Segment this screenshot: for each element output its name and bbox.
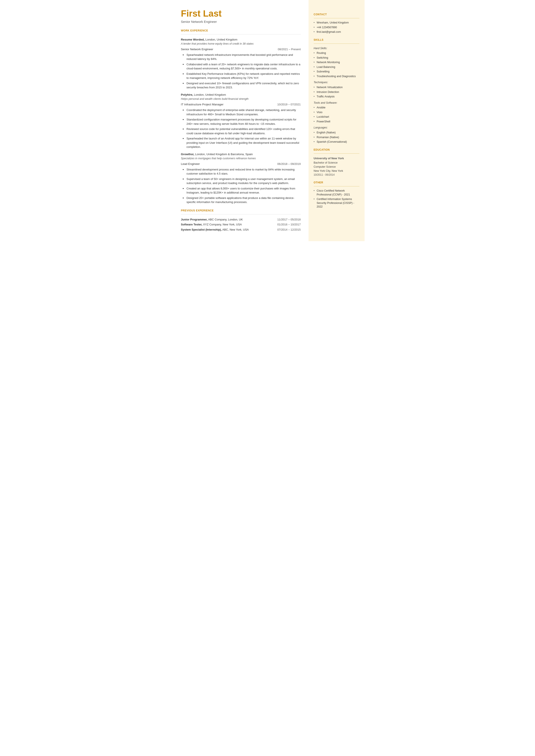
skill-load-balancing: Load Balancing [314, 65, 359, 69]
language-spanish: Spanish (Conversational) [314, 140, 359, 144]
job-3-bullets: Streamlined development process and redu… [181, 167, 301, 204]
languages-label: Languages: [314, 126, 359, 130]
tools-list: Ansible Visio Lucidchart PowerShell [314, 106, 359, 124]
job-2-company-row: Polyhire, London, United Kingdom [181, 93, 301, 97]
bullet-item: Established Key Performance Indicators (… [183, 72, 301, 80]
job-3: Growthsi, London, United Kingdom & Barce… [181, 152, 301, 204]
prev-exp-1-company: Junior Programmer, ABC Company, London, … [181, 217, 243, 222]
skill-troubleshooting: Troubleshooting and Diagnostics [314, 74, 359, 78]
bullet-item: Designed 20+ portable software applicati… [183, 196, 301, 204]
job-3-company: Growthsi, [181, 153, 194, 156]
technique-intrusion-detection: Intrusion Detection [314, 90, 359, 94]
tool-powershell: PowerShell [314, 120, 359, 124]
education-header: EDUCATION [314, 148, 359, 152]
name-block: First Last Senior Network Engineer [181, 9, 301, 24]
education-block: University of New York Bachelor of Scien… [314, 156, 359, 177]
prev-exp-2-company: Software Tester, XYZ Company, New York, … [181, 222, 242, 227]
job-1-role: Senior Network Engineer [181, 47, 213, 51]
hard-skills-list: Routing Switching Network Monitoring Loa… [314, 51, 359, 78]
job-2: Polyhire, London, United Kingdom Helps p… [181, 93, 301, 149]
edu-degree: Bachelor of Science [314, 161, 359, 165]
tool-lucidchart: Lucidchart [314, 115, 359, 119]
skill-routing: Routing [314, 51, 359, 55]
job-1: Resume Worded, London, United Kingdom A … [181, 38, 301, 90]
bullet-item: Spearheaded network infrastructure impro… [183, 53, 301, 61]
job-2-bullets: Coordinated the deployment of enterprise… [181, 108, 301, 149]
job-title: Senior Network Engineer [181, 19, 301, 24]
skills-divider [314, 43, 359, 44]
job-3-dates: 06/2018 – 09/2019 [277, 162, 300, 166]
contact-item-email: first.last@gmail.com [314, 30, 359, 34]
skill-network-monitoring: Network Monitoring [314, 61, 359, 65]
contact-divider [314, 18, 359, 18]
previous-experience-divider [181, 214, 301, 214]
job-3-location: London, United Kingdom & Barcelona, Spai… [195, 153, 253, 156]
job-2-role: IT Infrastructure Project Manager [181, 102, 224, 107]
other-divider [314, 186, 359, 186]
prev-exp-1-dates: 11/2017 – 05/2018 [277, 217, 300, 222]
job-1-location: London, United Kingdom [205, 38, 238, 41]
contact-item-phone: +44 1234567890 [314, 26, 359, 30]
job-1-company: Resume Worded, [181, 38, 205, 41]
prev-exp-3-company: System Specialist (Internship), ABC, New… [181, 228, 249, 232]
previous-experience-list: Junior Programmer, ABC Company, London, … [181, 217, 301, 232]
job-3-role-row: Lead Engineer 06/2018 – 09/2019 [181, 162, 301, 166]
contact-list: Wrexham, United Kingdom +44 1234567890 f… [314, 21, 359, 34]
bullet-item: Created an app that allows 8,000+ users … [183, 186, 301, 195]
job-3-tagline: Specializes in mortgages that help custo… [181, 156, 301, 160]
bullet-item: Spearheaded the launch of an Android app… [183, 136, 301, 149]
techniques-list: Network Virtualization Intrusion Detecti… [314, 86, 359, 99]
tool-visio: Visio [314, 111, 359, 114]
job-2-tagline: Helps personal and wealth clients build … [181, 97, 301, 101]
contact-header: CONTACT [314, 13, 359, 16]
language-romanian: Romanian (Native) [314, 136, 359, 139]
hard-skills-label: Hard Skills: [314, 46, 359, 50]
other-list: Cisco Certified Network Professional (CC… [314, 189, 359, 209]
bullet-item: Standardized configuration management pr… [183, 118, 301, 126]
tool-ansible: Ansible [314, 106, 359, 110]
job-2-role-row: IT Infrastructure Project Manager 10/201… [181, 102, 301, 107]
other-item-cissp: Certified Information Systems Security P… [314, 197, 359, 209]
tools-label: Tools and Software: [314, 101, 359, 105]
skill-switching: Switching [314, 56, 359, 60]
bullet-item: Coordinated the deployment of enterprise… [183, 108, 301, 116]
technique-network-virtualization: Network Virtualization [314, 86, 359, 90]
job-1-dates: 08/2021 – Present [278, 47, 300, 51]
job-2-location: London, United Kingdom [194, 93, 226, 96]
prev-exp-2-dates: 01/2016 – 10/2017 [277, 222, 300, 227]
bullet-item: Supervised a team of 50+ engineers in de… [183, 177, 301, 185]
edu-dates: 10/2011 - 06/2014 [314, 173, 359, 177]
language-english: English (Native) [314, 131, 359, 135]
skill-subnetting: Subnetting [314, 70, 359, 74]
job-1-bullets: Spearheaded network infrastructure impro… [181, 53, 301, 90]
edu-school: University of New York [314, 156, 359, 160]
previous-experience-header: PREVIOUS EXPERIENCE [181, 209, 301, 212]
right-column: CONTACT Wrexham, United Kingdom +44 1234… [309, 0, 365, 241]
edu-field: Computer Science [314, 165, 359, 169]
bullet-item: Collaborated with a team of 20+ network … [183, 62, 301, 71]
job-2-dates: 10/2019 – 07/2021 [277, 102, 300, 107]
prev-exp-row-2: Software Tester, XYZ Company, New York, … [181, 222, 301, 227]
bullet-item: Designed and executed 10+ firewall confi… [183, 81, 301, 90]
work-experience-header: WORK EXPERIENCE [181, 29, 301, 33]
job-3-role: Lead Engineer [181, 162, 200, 166]
prev-exp-row-1: Junior Programmer, ABC Company, London, … [181, 217, 301, 222]
other-item-ccnp: Cisco Certified Network Professional (CC… [314, 189, 359, 197]
technique-traffic-analysis: Traffic Analysis [314, 95, 359, 99]
skills-header: SKILLS [314, 38, 359, 42]
bullet-item: Streamlined development process and redu… [183, 167, 301, 176]
contact-item-address: Wrexham, United Kingdom [314, 21, 359, 25]
job-1-role-row: Senior Network Engineer 08/2021 – Presen… [181, 47, 301, 51]
job-2-company: Polyhire, [181, 93, 193, 96]
other-header: OTHER [314, 181, 359, 184]
languages-list: English (Native) Romanian (Native) Spani… [314, 131, 359, 144]
prev-exp-3-dates: 07/2014 – 12/2015 [277, 228, 300, 232]
techniques-label: Techniques: [314, 80, 359, 84]
prev-exp-row-3: System Specialist (Internship), ABC, New… [181, 228, 301, 232]
left-column: First Last Senior Network Engineer WORK … [171, 0, 309, 241]
bullet-item: Reviewed source code for potential vulne… [183, 127, 301, 135]
job-1-company-row: Resume Worded, London, United Kingdom [181, 38, 301, 42]
job-3-company-row: Growthsi, London, United Kingdom & Barce… [181, 152, 301, 156]
full-name: First Last [181, 9, 301, 18]
edu-location: New York City, New York [314, 169, 359, 173]
